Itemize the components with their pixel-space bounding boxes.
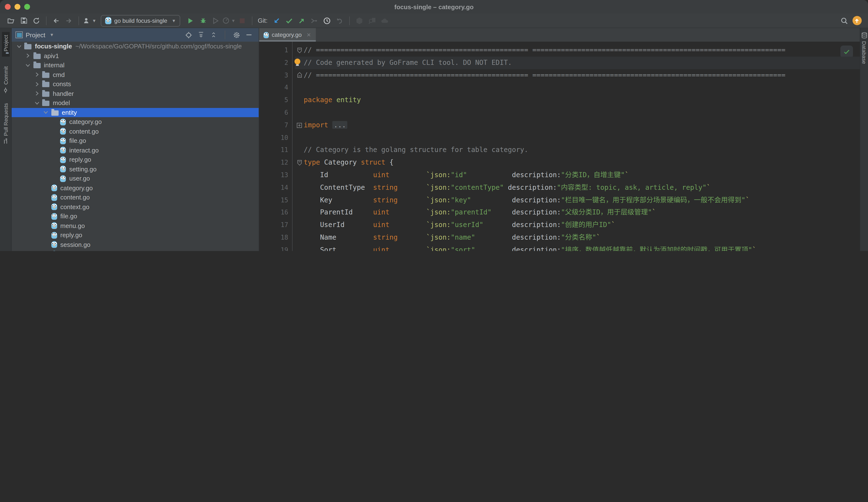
tree-item-content-go[interactable]: content.go	[12, 127, 259, 136]
code-text[interactable]: Name string `json:"name" description:"分类…	[304, 231, 860, 244]
collapse-all-icon[interactable]	[209, 30, 218, 40]
tree-item-category-go[interactable]: category.go	[12, 183, 259, 193]
tree-item-interact-go[interactable]: interact.go	[12, 145, 259, 155]
code-with-me-icon[interactable]: ▼	[83, 15, 96, 27]
code-text[interactable]: // Category is the golang structure for …	[304, 144, 860, 157]
open-icon[interactable]	[5, 15, 17, 27]
code-line-14[interactable]: 14 ContentType string `json:"contentType…	[259, 181, 860, 194]
code-line-5[interactable]: 5package entity	[259, 94, 860, 106]
cloud-icon[interactable]	[379, 15, 391, 27]
tree-item-model[interactable]: model	[12, 98, 259, 108]
git-history-icon[interactable]	[321, 15, 333, 27]
settings-gear-icon[interactable]	[231, 30, 241, 40]
toolwindow-button-pull-requests[interactable]: Pull Requests	[2, 103, 9, 145]
git-commit-icon[interactable]	[283, 15, 295, 27]
run-icon[interactable]	[185, 15, 196, 27]
line-number[interactable]: 17	[259, 219, 295, 231]
tree-item-reply-go[interactable]: reply.go	[12, 230, 259, 240]
ide-update-badge[interactable]	[851, 15, 863, 27]
toolwindow-button-project[interactable]: Project	[2, 32, 9, 57]
code-line-13[interactable]: 13 Id uint `json:"id" description:"分类ID，…	[259, 169, 860, 181]
tab-category-go[interactable]: category.go ✕	[259, 28, 316, 42]
fold-marker-icon[interactable]	[295, 44, 304, 56]
fold-marker-icon[interactable]	[295, 119, 304, 132]
tree-chevron-icon[interactable]	[33, 81, 40, 87]
code-line-18[interactable]: 18 Name string `json:"name" description:…	[259, 231, 860, 244]
hexagon-plugin-icon[interactable]	[354, 15, 365, 27]
tree-chevron-icon[interactable]	[33, 100, 40, 106]
profiler-icon[interactable]: ▼	[223, 15, 236, 27]
debug-icon[interactable]	[197, 15, 209, 27]
tree-chevron-icon[interactable]	[33, 71, 40, 78]
tree-item-apiv1[interactable]: apiv1	[12, 51, 259, 61]
intention-bulb-icon[interactable]	[294, 59, 300, 64]
git-update-icon[interactable]	[271, 15, 283, 27]
code-text[interactable]: UserId uint `json:"userId" description:"…	[304, 219, 860, 231]
line-number[interactable]: 13	[259, 169, 295, 181]
code-line-4[interactable]: 4	[259, 82, 860, 94]
toolwindow-button-commit[interactable]: Commit	[2, 66, 9, 94]
hide-panel-icon[interactable]	[244, 30, 254, 40]
line-number[interactable]: 16	[259, 207, 295, 219]
code-text[interactable]: Key string `json:"key" description:"栏目唯一…	[304, 194, 860, 207]
code-text[interactable]: ContentType string `json:"contentType" d…	[304, 181, 860, 194]
code-text[interactable]: import ...	[304, 119, 860, 132]
tree-item-cmd[interactable]: cmd	[12, 70, 259, 80]
tree-item-consts[interactable]: consts	[12, 80, 259, 89]
code-line-2[interactable]: 2// Code generated by GoFrame CLI tool. …	[259, 56, 860, 69]
line-number[interactable]: 7	[259, 119, 295, 132]
line-number[interactable]: 15	[259, 194, 295, 207]
tree-item-setting-go[interactable]: setting.go	[12, 164, 259, 174]
sync-icon[interactable]	[31, 15, 42, 27]
tree-item-category-go[interactable]: category.go	[12, 117, 259, 127]
code-text[interactable]: ParentId uint `json:"parentId" descripti…	[304, 207, 860, 219]
chevron-down-icon[interactable]: ▼	[50, 32, 54, 37]
code-text[interactable]: package entity	[304, 94, 860, 106]
line-number[interactable]: 6	[259, 106, 295, 119]
code-editor[interactable]: 1// ====================================…	[259, 42, 860, 251]
close-tab-icon[interactable]: ✕	[307, 32, 311, 38]
code-line-1[interactable]: 1// ====================================…	[259, 44, 860, 56]
tree-item-user-go[interactable]: user.go	[12, 174, 259, 183]
git-merge-icon[interactable]	[309, 15, 320, 27]
run-configuration-select[interactable]: go build focus-single ▼	[101, 15, 180, 27]
code-text[interactable]: Id uint `json:"id" description:"分类ID，自增主…	[304, 169, 860, 181]
run-with-coverage-icon[interactable]	[210, 15, 221, 27]
line-number[interactable]: 11	[259, 144, 295, 157]
line-number[interactable]: 10	[259, 132, 295, 144]
line-number[interactable]: 14	[259, 181, 295, 194]
code-line-10[interactable]: 10	[259, 132, 860, 144]
code-text[interactable]	[304, 132, 860, 144]
tree-item-reply-go[interactable]: reply.go	[12, 155, 259, 164]
back-icon[interactable]	[50, 15, 62, 27]
toolwindow-button-database[interactable]: Database	[861, 32, 867, 64]
code-text[interactable]: Sort uint `json:"sort" description:"排序，数…	[304, 244, 860, 251]
line-number[interactable]: 3	[259, 69, 295, 82]
line-number[interactable]: 1	[259, 44, 295, 56]
locate-file-icon[interactable]	[184, 30, 193, 40]
tree-chevron-icon[interactable]	[16, 43, 22, 50]
code-line-6[interactable]: 6	[259, 106, 860, 119]
tree-item-file-go[interactable]: file.go	[12, 136, 259, 145]
code-text[interactable]	[304, 106, 860, 119]
code-text[interactable]: type Category struct {	[304, 156, 860, 169]
code-line-12[interactable]: 12type Category struct {	[259, 156, 860, 169]
tree-item-context-go[interactable]: context.go	[12, 202, 259, 211]
tree-item-content-go[interactable]: content.go	[12, 193, 259, 202]
tree-item-focus-single[interactable]: focus-single~/Workspace/Go/GOPATH/src/gi…	[12, 42, 259, 51]
code-line-16[interactable]: 16 ParentId uint `json:"parentId" descri…	[259, 207, 860, 219]
tree-chevron-icon[interactable]	[42, 109, 49, 116]
line-number[interactable]: 18	[259, 231, 295, 244]
code-text[interactable]: // =====================================…	[304, 44, 860, 56]
stop-icon[interactable]	[236, 15, 248, 27]
tree-chevron-icon[interactable]	[33, 90, 40, 97]
git-rollback-icon[interactable]	[334, 15, 345, 27]
code-line-19[interactable]: 19 Sort uint `json:"sort" description:"排…	[259, 244, 860, 251]
save-all-icon[interactable]	[18, 15, 30, 27]
tree-chevron-icon[interactable]	[24, 53, 31, 59]
search-everywhere-icon[interactable]	[838, 15, 850, 27]
tree-item-internal[interactable]: internal	[12, 61, 259, 70]
code-line-7[interactable]: 7import ...	[259, 119, 860, 132]
code-line-3[interactable]: 3// ====================================…	[259, 69, 860, 82]
line-number[interactable]: 4	[259, 82, 295, 94]
